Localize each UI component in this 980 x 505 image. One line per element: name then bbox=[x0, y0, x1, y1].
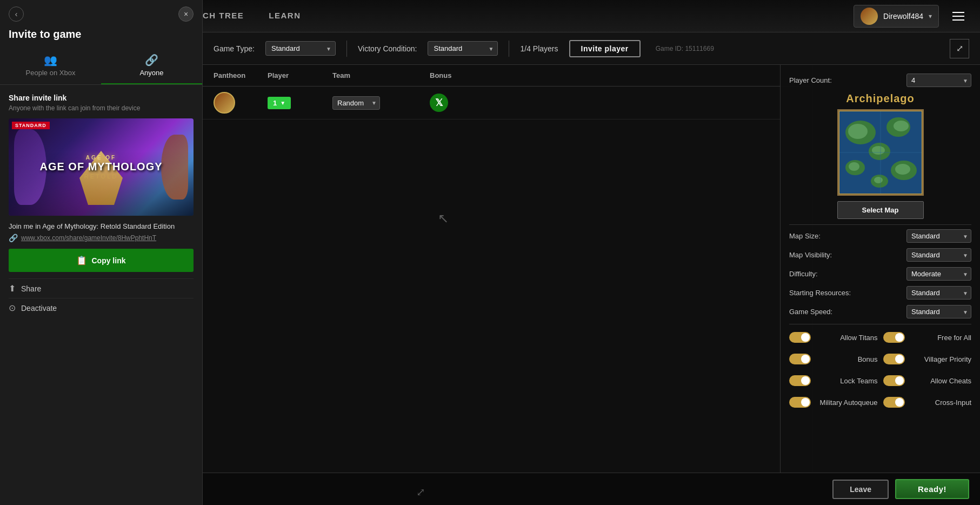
close-icon: × bbox=[184, 10, 188, 18]
military-autoqueue-toggle[interactable] bbox=[789, 397, 811, 408]
col-header-team: Team bbox=[332, 71, 430, 79]
free-for-all-row: Free for All bbox=[883, 332, 972, 343]
bonus-row: Bonus bbox=[789, 354, 878, 364]
panel-close-button[interactable]: × bbox=[178, 6, 194, 22]
nav-user[interactable]: Direwolf484 ▾ bbox=[854, 5, 939, 28]
share-section: Share invite link Anyone with the link c… bbox=[0, 85, 202, 326]
slot-chevron-icon: ▼ bbox=[280, 100, 285, 106]
chain-icon: 🔗 bbox=[9, 234, 18, 242]
allow-titans-toggle[interactable] bbox=[789, 332, 811, 343]
panel-header: ‹ × bbox=[0, 0, 202, 28]
map-size-label: Map Size: bbox=[789, 232, 821, 240]
cursor-icon: ↖ bbox=[438, 211, 449, 226]
lock-teams-toggle[interactable] bbox=[789, 375, 811, 386]
hamburger-menu-button[interactable] bbox=[948, 5, 969, 27]
villager-priority-toggle[interactable] bbox=[883, 354, 905, 364]
preview-logo: AGE OF bbox=[86, 155, 116, 161]
bonus-label: Bonus bbox=[858, 355, 878, 363]
menu-line-2 bbox=[952, 16, 964, 17]
game-speed-select[interactable]: Standard bbox=[906, 305, 971, 318]
panel-tabs: 👥 People on Xbox 🔗 Anyone bbox=[0, 47, 202, 85]
cross-input-row: Cross-Input bbox=[883, 397, 972, 408]
game-type-label: Game Type: bbox=[214, 44, 255, 53]
deactivate-icon: ⊙ bbox=[9, 303, 16, 313]
join-link-text: www.xbox.com/share/gameInvite/8HwPphtHnT bbox=[21, 234, 156, 242]
xbox-tab-label: People on Xbox bbox=[26, 69, 76, 77]
free-for-all-label: Free for All bbox=[937, 334, 971, 342]
preview-game-title: AGE OF MYTHOLOGY bbox=[39, 161, 162, 173]
starting-resources-row: Starting Resources: Standard bbox=[789, 286, 971, 300]
share-icon: ⬆ bbox=[9, 283, 16, 294]
expand-icon[interactable]: ⤢ bbox=[416, 486, 425, 499]
menu-line-3 bbox=[952, 19, 964, 21]
lock-teams-row: Lock Teams bbox=[789, 375, 878, 386]
villager-priority-label: Villager Priority bbox=[924, 355, 971, 363]
col-header-pantheon: Pantheon bbox=[214, 71, 268, 79]
svg-point-10 bbox=[895, 164, 910, 175]
invite-player-button[interactable]: Invite player bbox=[569, 40, 641, 57]
anyone-tab-label: Anyone bbox=[139, 69, 163, 77]
leave-button[interactable]: Leave bbox=[832, 480, 889, 499]
villager-priority-row: Villager Priority bbox=[883, 354, 972, 364]
difficulty-row: Difficulty: Moderate bbox=[789, 267, 971, 281]
map-name: Archipelago bbox=[789, 92, 971, 105]
right-panel: Player Count: 4 Archipelago bbox=[780, 65, 980, 473]
map-visibility-row: Map Visibility: Standard bbox=[789, 248, 971, 262]
game-speed-select-wrap: Standard bbox=[906, 305, 971, 318]
chevron-down-icon: ▾ bbox=[929, 12, 932, 20]
ready-button[interactable]: Ready! bbox=[895, 479, 969, 499]
lobby-table-header: Pantheon Player Team Bonus bbox=[203, 65, 812, 87]
preview-subtitle: RETOLD bbox=[84, 173, 118, 180]
copy-icon: 📋 bbox=[76, 255, 87, 265]
cross-input-toggle[interactable] bbox=[883, 397, 905, 408]
divider-2 bbox=[789, 324, 971, 324]
game-speed-label: Game Speed: bbox=[789, 308, 832, 316]
lock-teams-label: Lock Teams bbox=[840, 377, 877, 385]
military-autoqueue-label: Military Autoqueue bbox=[820, 398, 878, 407]
allow-titans-row: Allow Titans bbox=[789, 332, 878, 343]
allow-cheats-label: Allow Cheats bbox=[930, 377, 971, 385]
copy-link-button[interactable]: 📋 Copy link bbox=[9, 249, 194, 272]
select-map-button[interactable]: Select Map bbox=[837, 201, 924, 219]
map-size-select[interactable]: Standard bbox=[906, 229, 971, 243]
expand-button[interactable]: ⤢ bbox=[950, 39, 969, 58]
toolbar-divider-2 bbox=[509, 41, 509, 57]
svg-point-12 bbox=[874, 177, 883, 183]
game-type-select[interactable]: Standard bbox=[265, 41, 336, 56]
player-count-select[interactable]: 4 bbox=[906, 74, 971, 87]
team-select-wrap: Random bbox=[332, 96, 380, 110]
nav-link-learn[interactable]: LEARN bbox=[264, 9, 305, 23]
game-preview: STANDARD AGE OF AGE OF MYTHOLOGY RETOLD bbox=[9, 118, 194, 216]
map-visibility-select[interactable]: Standard bbox=[906, 248, 971, 262]
player-slot[interactable]: 1 ▼ bbox=[268, 97, 291, 109]
tab-anyone[interactable]: 🔗 Anyone bbox=[101, 47, 202, 84]
deactivate-action[interactable]: ⊙ Deactivate bbox=[9, 298, 194, 317]
nav-right: Direwolf484 ▾ bbox=[854, 5, 969, 28]
panel-title: Invite to game bbox=[0, 28, 202, 47]
bonus-toggle[interactable] bbox=[789, 354, 811, 364]
back-button[interactable]: ‹ bbox=[9, 6, 24, 22]
lobby-table: Pantheon Player Team Bonus 1 ▼ Random 𝕏 bbox=[203, 65, 812, 473]
cross-input-label: Cross-Input bbox=[935, 398, 971, 407]
back-icon: ‹ bbox=[15, 10, 18, 18]
allow-cheats-row: Allow Cheats bbox=[883, 375, 972, 386]
free-for-all-toggle[interactable] bbox=[883, 332, 905, 343]
allow-cheats-toggle[interactable] bbox=[883, 375, 905, 386]
starting-resources-select[interactable]: Standard bbox=[906, 286, 971, 300]
xbox-tab-icon: 👥 bbox=[44, 54, 57, 67]
bottom-bar: ⤢ Leave Ready! bbox=[203, 473, 980, 505]
toggles-grid: Allow Titans Free for All Bonus Villager… bbox=[789, 329, 971, 411]
tab-people-on-xbox[interactable]: 👥 People on Xbox bbox=[0, 47, 101, 84]
victory-condition-select[interactable]: Standard bbox=[428, 41, 498, 56]
player-count-display: 1/4 Players bbox=[520, 44, 558, 53]
difficulty-select[interactable]: Moderate bbox=[906, 267, 971, 281]
divider-1 bbox=[789, 224, 971, 225]
share-action[interactable]: ⬆ Share bbox=[9, 278, 194, 298]
game-speed-row: Game Speed: Standard bbox=[789, 305, 971, 318]
svg-point-4 bbox=[894, 121, 909, 131]
player-avatar bbox=[214, 92, 235, 114]
team-select[interactable]: Random bbox=[332, 96, 380, 110]
copy-label: Copy link bbox=[91, 256, 125, 265]
starting-resources-select-wrap: Standard bbox=[906, 286, 971, 300]
left-panel: ‹ × Invite to game 👥 People on Xbox 🔗 An… bbox=[0, 0, 203, 505]
